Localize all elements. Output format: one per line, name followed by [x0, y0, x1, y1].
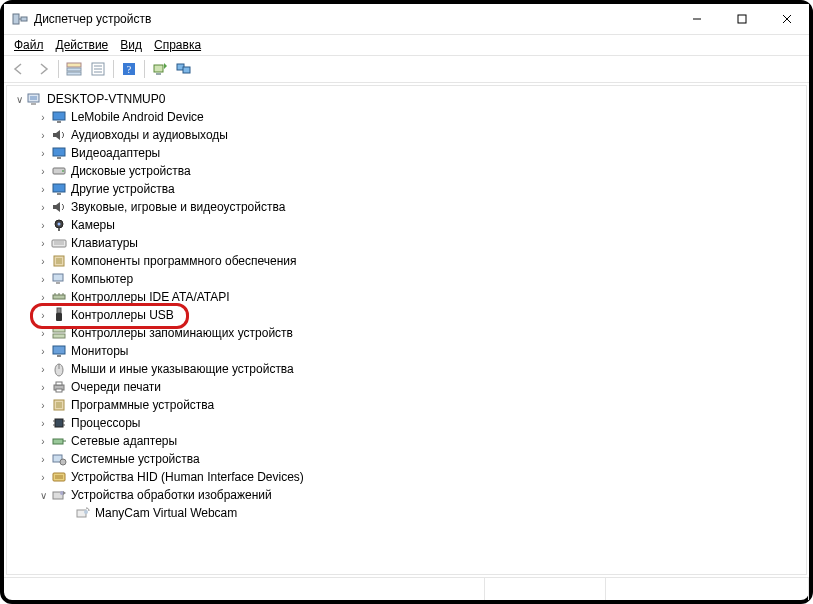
svg-rect-45 — [57, 308, 61, 313]
mouse-icon — [51, 361, 67, 377]
chevron-right-icon[interactable]: › — [37, 417, 49, 429]
chevron-right-icon[interactable]: › — [37, 327, 49, 339]
tree-node[interactable]: ›Контроллеры IDE ATA/ATAPI — [7, 288, 806, 306]
tree-node[interactable]: ›Мониторы — [7, 342, 806, 360]
svg-rect-39 — [53, 274, 63, 281]
tree-node[interactable]: ›Сетевые адаптеры — [7, 432, 806, 450]
chevron-right-icon[interactable]: › — [37, 219, 49, 231]
chevron-right-icon[interactable]: › — [37, 201, 49, 213]
tree-node-label: Процессоры — [71, 416, 141, 430]
svg-rect-63 — [53, 439, 63, 444]
toolbar-separator — [113, 60, 114, 78]
chevron-right-icon[interactable]: › — [37, 165, 49, 177]
tree-node[interactable]: ›Системные устройства — [7, 450, 806, 468]
svg-rect-4 — [738, 15, 746, 23]
tree-node[interactable]: ›Другие устройства — [7, 180, 806, 198]
maximize-button[interactable] — [719, 4, 764, 34]
tree-node[interactable]: ∨Устройства обработки изображений — [7, 486, 806, 504]
tree-node[interactable]: ›Мыши и иные указывающие устройства — [7, 360, 806, 378]
tree-node[interactable]: ›Очереди печати — [7, 378, 806, 396]
chevron-right-icon[interactable]: › — [37, 147, 49, 159]
tree-leaf-node[interactable]: ManyCam Virtual Webcam — [7, 504, 806, 522]
tree-node[interactable]: ›Дисковые устройства — [7, 162, 806, 180]
chevron-right-icon[interactable]: › — [37, 255, 49, 267]
svg-rect-48 — [53, 334, 65, 338]
tree-node-label: Системные устройства — [71, 452, 200, 466]
chevron-right-icon[interactable]: › — [37, 435, 49, 447]
svg-rect-33 — [58, 228, 60, 231]
chevron-right-icon[interactable]: › — [37, 129, 49, 141]
tree-node[interactable]: ›Клавиатуры — [7, 234, 806, 252]
chevron-right-icon[interactable]: › — [37, 237, 49, 249]
imaging-icon — [51, 487, 67, 503]
svg-rect-1 — [21, 17, 27, 21]
chevron-right-icon[interactable]: › — [37, 345, 49, 357]
close-button[interactable] — [764, 4, 809, 34]
tree-node[interactable]: ›Звуковые, игровые и видеоустройства — [7, 198, 806, 216]
tree-node[interactable]: ›Устройства HID (Human Interface Devices… — [7, 468, 806, 486]
svg-rect-21 — [30, 96, 37, 100]
tree-node-label: Устройства обработки изображений — [71, 488, 272, 502]
chevron-right-icon[interactable]: › — [37, 363, 49, 375]
chevron-down-icon[interactable]: ∨ — [37, 489, 49, 501]
toolbar-monitors-button[interactable] — [173, 58, 195, 80]
tree-node[interactable]: ›Компьютер — [7, 270, 806, 288]
title-bar: Диспетчер устройств — [4, 4, 809, 35]
toolbar-separator — [144, 60, 145, 78]
speaker-icon — [51, 199, 67, 215]
toolbar-forward-button[interactable] — [32, 58, 54, 80]
toolbar-back-button[interactable] — [8, 58, 30, 80]
chevron-right-icon[interactable]: › — [37, 291, 49, 303]
tree-node[interactable]: ›Компоненты программного обеспечения — [7, 252, 806, 270]
chevron-right-icon[interactable]: › — [37, 183, 49, 195]
tree-node[interactable]: ›Камеры — [7, 216, 806, 234]
computer-root-icon — [27, 91, 43, 107]
svg-rect-54 — [56, 382, 62, 385]
drive-icon — [51, 163, 67, 179]
chevron-right-icon[interactable]: › — [37, 399, 49, 411]
svg-rect-24 — [57, 121, 61, 123]
menu-view[interactable]: Вид — [114, 37, 148, 53]
tree-node-label: Программные устройства — [71, 398, 214, 412]
tree-node[interactable]: ›Программные устройства — [7, 396, 806, 414]
chevron-right-icon[interactable]: › — [37, 453, 49, 465]
usb-icon — [51, 307, 67, 323]
menu-help[interactable]: Справка — [148, 37, 207, 53]
tree-node[interactable]: ›LeMobile Android Device — [7, 108, 806, 126]
tree-node[interactable]: ›Аудиовходы и аудиовыходы — [7, 126, 806, 144]
minimize-button[interactable] — [674, 4, 719, 34]
svg-point-73 — [84, 510, 88, 514]
toolbar-show-hidden-button[interactable] — [63, 58, 85, 80]
tree-node-label: Другие устройства — [71, 182, 175, 196]
svg-point-66 — [60, 459, 66, 465]
toolbar-scan-button[interactable] — [149, 58, 171, 80]
tree-node-label: Мониторы — [71, 344, 128, 358]
toolbar-separator — [58, 60, 59, 78]
tree-node[interactable]: ›Процессоры — [7, 414, 806, 432]
tree-leaf-label: ManyCam Virtual Webcam — [95, 506, 237, 520]
tree-node-label: Звуковые, игровые и видеоустройства — [71, 200, 285, 214]
chevron-down-icon[interactable]: ∨ — [13, 93, 25, 105]
device-tree-area: ∨DESKTOP-VTNMUP0›LeMobile Android Device… — [6, 85, 807, 575]
chevron-right-icon[interactable]: › — [37, 111, 49, 123]
tree-root-node[interactable]: ∨DESKTOP-VTNMUP0 — [7, 90, 806, 108]
chevron-right-icon[interactable]: › — [37, 471, 49, 483]
display-icon — [51, 181, 67, 197]
cpu-icon — [51, 415, 67, 431]
tree-root-label: DESKTOP-VTNMUP0 — [47, 92, 165, 106]
menu-action[interactable]: Действие — [50, 37, 115, 53]
menu-bar: Файл Действие Вид Справка — [4, 35, 809, 55]
tree-node[interactable]: ›Видеоадаптеры — [7, 144, 806, 162]
toolbar-properties-button[interactable] — [87, 58, 109, 80]
svg-rect-0 — [13, 14, 19, 24]
svg-rect-25 — [53, 148, 65, 156]
tree-node[interactable]: ›Контроллеры USB — [7, 306, 806, 324]
device-tree[interactable]: ∨DESKTOP-VTNMUP0›LeMobile Android Device… — [7, 86, 806, 526]
menu-file[interactable]: Файл — [8, 37, 50, 53]
chevron-right-icon[interactable]: › — [37, 309, 49, 321]
toolbar-help-button[interactable]: ? — [118, 58, 140, 80]
chevron-right-icon[interactable]: › — [37, 381, 49, 393]
chevron-right-icon[interactable]: › — [37, 273, 49, 285]
tree-node[interactable]: ›Контроллеры запоминающих устройств — [7, 324, 806, 342]
svg-rect-16 — [154, 65, 163, 72]
